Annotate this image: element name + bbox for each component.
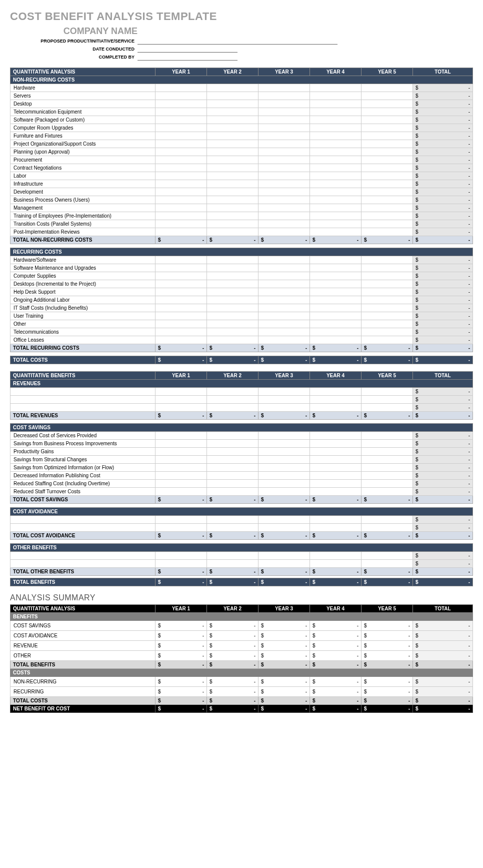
table-row: User Training$- — [10, 312, 473, 320]
row-label: Desktop — [10, 100, 156, 108]
row-label: Reduced Staff Turnover Costs — [10, 488, 156, 496]
table-row: Savings from Business Process Improvemen… — [10, 440, 473, 448]
table-row: Management$- — [10, 204, 473, 212]
table-row: Telecommunication Equipment$- — [10, 108, 473, 116]
nonrecurring-header: NON-RECURRING COSTS — [10, 76, 473, 84]
table-row: Telecommunications$- — [10, 328, 473, 336]
costsavings-subtotal: TOTAL COST SAVINGS $-$-$- $-$-$- — [10, 496, 473, 504]
summary-benefits-header: BENEFITS — [10, 613, 473, 621]
row-label: OTHER — [10, 651, 156, 661]
meta-completed-label: COMPLETED BY — [10, 55, 138, 60]
benefits-table: QUANTITATIVE BENEFITS YEAR 1 YEAR 2 YEAR… — [10, 371, 473, 586]
table-row: Furniture and Fixtures$- — [10, 132, 473, 140]
table-row: Training of Employees (Pre-Implementatio… — [10, 212, 473, 220]
table-row: Savings from Structural Changes$- — [10, 456, 473, 464]
row-label: Ongoing Additional Labor — [10, 296, 156, 304]
table-row: Software (Packaged or Custom)$- — [10, 116, 473, 124]
table-row: Office Leases$- — [10, 336, 473, 344]
row-label: Hardware/Software — [10, 256, 156, 264]
row-label: Savings from Optimized Information (or F… — [10, 464, 156, 472]
recurring-header: RECURRING COSTS — [10, 248, 473, 256]
row-label: Telecommunication Equipment — [10, 108, 156, 116]
row-label: Project Organizational/Support Costs — [10, 140, 156, 148]
nonrecurring-subtotal: TOTAL NON-RECURRING COSTS $-$-$- $-$-$- — [10, 236, 473, 244]
total-costs-row: TOTAL COSTS $-$-$- $-$-$- — [10, 356, 473, 364]
recurring-subtotal: TOTAL RECURRING COSTS $-$-$- $-$-$- — [10, 344, 473, 352]
table-row: Development$- — [10, 188, 473, 196]
meta-completed-input[interactable] — [138, 54, 238, 61]
table-row: $- — [10, 396, 473, 404]
row-label: Business Process Owners (Users) — [10, 196, 156, 204]
total-benefits-row: TOTAL BENEFITS $-$-$- $-$-$- — [10, 578, 473, 586]
table-row: Hardware/Software$- — [10, 256, 473, 264]
row-label: Labor — [10, 172, 156, 180]
table-row: Desktop$- — [10, 100, 473, 108]
row-label: Office Leases — [10, 336, 156, 344]
row-label: Servers — [10, 92, 156, 100]
row-label: Training of Employees (Pre-Implementatio… — [10, 212, 156, 220]
row-label: COST AVOIDANCE — [10, 631, 156, 641]
row-label: Savings from Business Process Improvemen… — [10, 440, 156, 448]
row-label: Telecommunications — [10, 328, 156, 336]
row-label: Planning (upon Approval) — [10, 148, 156, 156]
summary-header-row: QUANTITATIVE ANALYSIS YEAR 1 YEAR 2 YEAR… — [10, 605, 473, 613]
table-row: Reduced Staffing Cost (Including Overtim… — [10, 480, 473, 488]
company-name: COMPANY NAME — [10, 26, 138, 37]
row-label: Furniture and Fixtures — [10, 132, 156, 140]
row-label: IT Staff Costs (Including Benefits) — [10, 304, 156, 312]
summary-title: ANALYSIS SUMMARY — [10, 593, 473, 602]
table-row: $- — [10, 404, 473, 412]
meta-date-input[interactable] — [138, 46, 238, 53]
summary-costs-header: COSTS — [10, 669, 473, 677]
meta-product-label: PROPOSED PRODUCT/INITIATIVE/SERVICE — [10, 39, 138, 44]
costs-table: QUANTITATIVE ANALYSIS YEAR 1 YEAR 2 YEAR… — [10, 68, 473, 364]
revenues-header: REVENUES — [10, 380, 473, 388]
table-row: Planning (upon Approval)$- — [10, 148, 473, 156]
meta-product-input[interactable] — [138, 38, 338, 45]
row-label: Decreased Cost of Services Provided — [10, 432, 156, 440]
meta-date-label: DATE CONDUCTED — [10, 47, 138, 52]
page-title: COST BENEFIT ANALYSIS TEMPLATE — [10, 10, 473, 23]
table-row: Reduced Staff Turnover Costs$- — [10, 488, 473, 496]
costsavings-header: COST SAVINGS — [10, 424, 473, 432]
table-row: Infrastructure$- — [10, 180, 473, 188]
row-label: Computer Supplies — [10, 272, 156, 280]
table-row: Project Organizational/Support Costs$- — [10, 140, 473, 148]
table-row: IT Staff Costs (Including Benefits)$- — [10, 304, 473, 312]
row-label: Computer Room Upgrades — [10, 124, 156, 132]
table-row: NON-RECURRING$-$-$-$-$-$- — [10, 677, 473, 687]
row-label: Post-Implementation Reviews — [10, 228, 156, 236]
row-label: Hardware — [10, 84, 156, 92]
table-row: Ongoing Additional Labor$- — [10, 296, 473, 304]
table-row: Decreased Cost of Services Provided$- — [10, 432, 473, 440]
table-row: Desktops (Incremental to the Project)$- — [10, 280, 473, 288]
table-row: Savings from Optimized Information (or F… — [10, 464, 473, 472]
table-row: $- — [10, 524, 473, 532]
table-row: $- — [10, 552, 473, 560]
row-label: Development — [10, 188, 156, 196]
table-row: Procurement$- — [10, 156, 473, 164]
costavoidance-header: COST AVOIDANCE — [10, 508, 473, 516]
summary-table: QUANTITATIVE ANALYSIS YEAR 1 YEAR 2 YEAR… — [10, 604, 473, 713]
table-row: Hardware$- — [10, 84, 473, 92]
row-label: Decreased Information Publishing Cost — [10, 472, 156, 480]
table-row: Software Maintenance and Upgrades$- — [10, 264, 473, 272]
summary-total-benefits: TOTAL BENEFITS $-$-$- $-$-$- — [10, 661, 473, 669]
table-row: OTHER$-$-$-$-$-$- — [10, 651, 473, 661]
table-row: RECURRING$-$-$-$-$-$- — [10, 687, 473, 697]
row-label: Management — [10, 204, 156, 212]
benefits-header-row: QUANTITATIVE BENEFITS YEAR 1 YEAR 2 YEAR… — [10, 372, 473, 380]
table-row: $- — [10, 560, 473, 568]
table-row: COST SAVINGS$-$-$-$-$-$- — [10, 621, 473, 631]
row-label: Infrastructure — [10, 180, 156, 188]
row-label: Help Desk Support — [10, 288, 156, 296]
table-row: $- — [10, 516, 473, 524]
otherbenefits-subtotal: TOTAL OTHER BENEFITS $-$-$- $-$-$- — [10, 568, 473, 576]
table-row: Other$- — [10, 320, 473, 328]
summary-net-row: NET BENEFIT OR COST $-$-$- $-$-$- — [10, 705, 473, 713]
table-row: $- — [10, 388, 473, 396]
table-row: Contract Negotiations$- — [10, 164, 473, 172]
row-label: Procurement — [10, 156, 156, 164]
row-label: Reduced Staffing Cost (Including Overtim… — [10, 480, 156, 488]
table-row: Decreased Information Publishing Cost$- — [10, 472, 473, 480]
